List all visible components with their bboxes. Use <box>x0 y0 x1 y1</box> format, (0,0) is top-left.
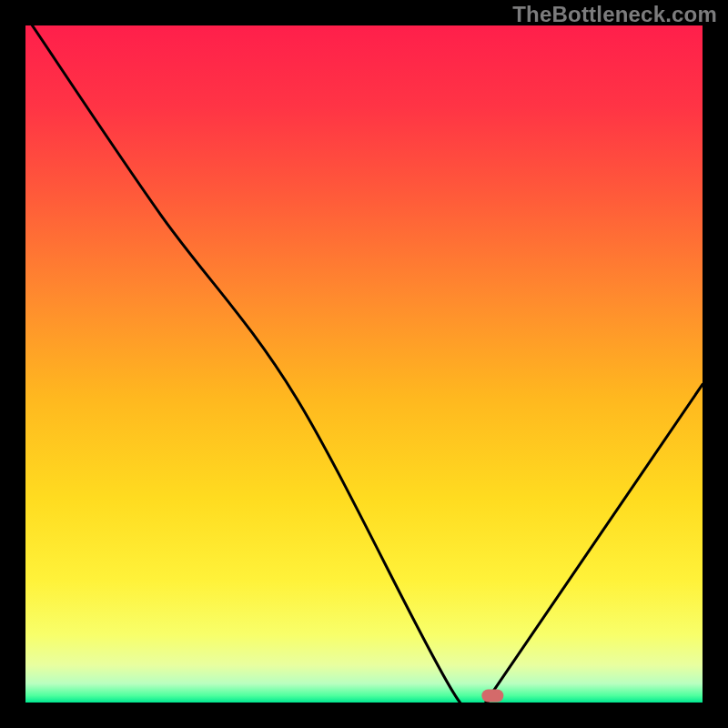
chart-svg <box>25 25 703 703</box>
chart-frame: TheBottleneck.com <box>0 0 728 728</box>
plot-area <box>25 25 703 703</box>
gradient-background <box>25 25 703 703</box>
brand-watermark: TheBottleneck.com <box>512 2 717 27</box>
optimum-marker <box>481 690 503 703</box>
